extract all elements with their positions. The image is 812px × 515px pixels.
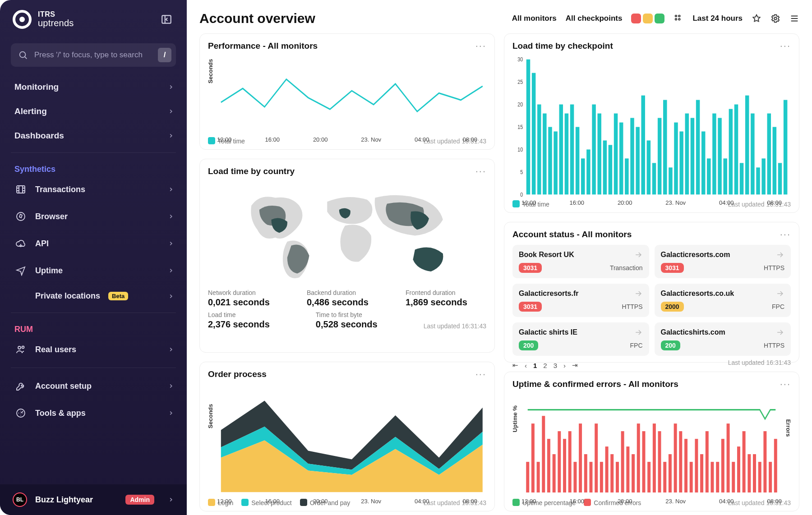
card-menu-button[interactable]: ··· [780,378,791,390]
page-2[interactable]: 2 [543,362,547,369]
chevron-right-icon [168,410,174,416]
card-menu-button[interactable]: ··· [475,40,486,52]
svg-rect-57 [734,105,738,195]
sidebar-item-transactions[interactable]: Transactions [0,176,187,203]
card-title: Load time by checkpoint [512,41,613,51]
metric: Backend duration0,486 seconds [307,289,388,308]
chevron-right-icon [168,497,174,503]
svg-rect-85 [621,431,624,492]
monitor-type: HTTPS [764,264,784,271]
svg-rect-19 [526,60,530,195]
sidebar-item-monitoring[interactable]: Monitoring [0,75,187,99]
sidebar-item-uptime[interactable]: Uptime [0,257,187,284]
card-title: Uptime & confirmed errors - All monitors [512,379,678,389]
page-last[interactable]: ⇥ [572,361,578,369]
sidebar-item-alerting[interactable]: Alerting [0,99,187,124]
sidebar-item-api[interactable]: API [0,230,187,257]
svg-rect-107 [737,446,740,492]
chevron-right-icon [168,84,174,90]
y-axis-label: Seconds [207,404,214,428]
svg-rect-104 [721,439,724,492]
card-menu-button[interactable]: ··· [475,368,486,380]
page-next[interactable]: › [563,362,566,369]
svg-rect-71 [547,439,550,492]
search-kbd: / [158,48,171,62]
sidebar-item-account-setup[interactable]: Account setup [0,372,187,400]
status-yellow[interactable] [643,14,653,23]
status-card[interactable]: Galacticresorts.co.uk 2000FPC [655,284,791,317]
filter-monitors[interactable]: All monitors [512,14,557,23]
menu-icon[interactable] [789,14,799,23]
svg-rect-83 [610,454,614,492]
status-card[interactable]: Galacticshirts.com 200HTTPS [655,322,791,356]
card-account-status: Account status - All monitors ··· Book R… [504,222,799,363]
collapse-sidebar-button[interactable] [159,12,174,27]
svg-rect-75 [568,431,572,492]
svg-rect-61 [756,167,760,194]
apps-icon[interactable] [674,14,683,23]
svg-rect-64 [773,127,776,195]
monitor-type: FPC [630,342,643,349]
svg-text:25: 25 [517,79,523,85]
svg-rect-91 [653,423,656,492]
svg-rect-62 [761,158,765,194]
status-red[interactable] [631,14,641,23]
status-grid: Book Resort UK 3031Transaction Galacticr… [512,245,791,356]
status-green[interactable] [655,14,664,23]
card-menu-button[interactable]: ··· [780,40,791,52]
chevron-right-icon [168,108,174,115]
logo-icon [13,10,32,29]
filter-checkpoints[interactable]: All checkpoints [566,14,623,23]
status-card[interactable]: Galacticresorts.fr 3031HTTPS [512,284,649,317]
time-range[interactable]: Last 24 hours [692,14,743,23]
status-card[interactable]: Book Resort UK 3031Transaction [512,245,649,278]
svg-rect-97 [684,439,687,492]
sidebar-item-real-users[interactable]: Real users [0,336,187,363]
page-first[interactable]: ⇤ [512,361,518,369]
svg-rect-81 [600,462,603,492]
svg-rect-93 [663,462,666,492]
svg-rect-105 [727,423,730,492]
svg-rect-51 [701,131,705,194]
svg-rect-73 [558,431,561,492]
star-icon[interactable] [752,14,761,23]
svg-rect-79 [589,462,592,492]
card-uptime: Uptime & confirmed errors - All monitors… [504,372,799,511]
svg-rect-49 [691,118,694,194]
sidebar-item-dashboards[interactable]: Dashboards [0,124,187,148]
metric: Network duration0,021 seconds [208,289,289,308]
svg-rect-68 [531,423,535,492]
svg-rect-99 [695,439,698,492]
chevron-right-icon [168,240,174,247]
svg-rect-70 [542,416,545,492]
search-bar[interactable]: / [11,43,176,67]
svg-rect-112 [763,431,766,492]
svg-rect-52 [707,158,710,194]
svg-rect-55 [723,158,727,194]
page-prev[interactable]: ‹ [525,362,527,369]
sidebar-item-browser[interactable]: Browser [0,203,187,230]
card-menu-button[interactable]: ··· [780,229,791,240]
sidebar-user-row[interactable]: BL Buzz Lightyear Admin [0,484,187,515]
svg-rect-20 [532,73,535,195]
cloud-icon [14,237,27,250]
page-3[interactable]: 3 [554,362,557,369]
page-1[interactable]: 1 [533,362,537,369]
status-card[interactable]: Galacticresorts.com 3031HTTPS [655,245,791,278]
svg-point-3 [17,212,25,221]
y-axis-label-right: Errors [785,419,792,437]
sidebar-item-private-locations[interactable]: Private locations Beta [0,284,187,308]
sidebar-item-label: API [35,239,49,248]
chevron-right-icon [168,293,174,299]
gear-icon[interactable] [770,14,780,23]
status-filter[interactable] [631,14,664,23]
search-input[interactable] [34,51,158,60]
x-ticks: 12:0016:0020:0023. Nov04:0008:00 [217,136,477,143]
card-menu-button[interactable]: ··· [475,166,486,177]
svg-rect-40 [641,96,645,195]
svg-rect-24 [554,131,557,194]
svg-rect-60 [751,114,754,195]
status-card[interactable]: Galactic shirts IE 200FPC [512,322,649,356]
svg-rect-53 [712,114,716,195]
sidebar-item-tools-apps[interactable]: Tools & apps [0,400,187,427]
